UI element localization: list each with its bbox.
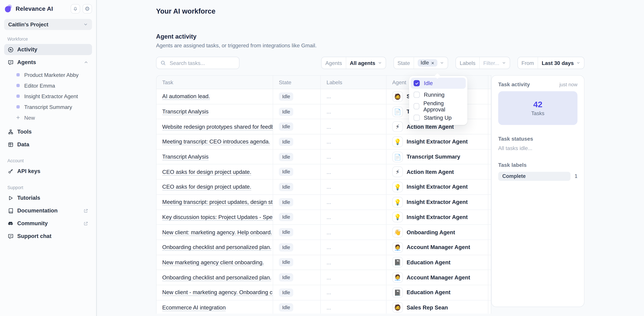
table-row[interactable]: Key discussion topics: Project Updates -… (156, 210, 491, 225)
sidebar-item-api-keys[interactable]: API keys (4, 166, 92, 177)
table-row[interactable]: Meeting transcript: CEO introduces agend… (156, 134, 491, 150)
table-row[interactable]: CEO asks for design project update. Idle… (156, 180, 491, 195)
play-icon (8, 195, 14, 201)
project-selector[interactable]: Caitlin's Project (4, 19, 92, 30)
status-badge: Idle (279, 198, 294, 206)
key-icon (8, 168, 14, 174)
chevron-down-icon (440, 61, 444, 65)
agent-link[interactable]: Insight Extractor Agent (406, 199, 468, 205)
sidebar-agent-item[interactable]: Insight Extractor Agent (4, 91, 92, 102)
task-link[interactable]: CEO asks for design project update. (162, 169, 251, 175)
sidebar-item-data[interactable]: Data (4, 139, 92, 150)
table-row[interactable]: Onboarding checklist and personalized pl… (156, 270, 491, 285)
sidebar-item-tutorials[interactable]: Tutorials (4, 192, 92, 203)
agent-link[interactable]: Sales Rep Sean (406, 304, 448, 311)
task-link[interactable]: AI automation lead. (162, 94, 210, 100)
sidebar-agent-item[interactable]: Editor Emma (4, 80, 92, 91)
dropdown-option-idle[interactable]: Idle (411, 78, 466, 89)
status-badge: Idle (279, 243, 294, 251)
agent-link[interactable]: Account Manager Agent (406, 274, 470, 280)
status-badge: Idle (279, 213, 294, 221)
checkbox-icon[interactable] (414, 115, 420, 121)
search-input[interactable] (156, 57, 240, 69)
task-link[interactable]: Website redesign prototypes shared for f… (162, 124, 273, 130)
sidebar-item-activity[interactable]: Activity (4, 44, 92, 55)
agent-avatar: 📄 (392, 106, 403, 117)
data-table-icon (8, 142, 14, 147)
labels-filter[interactable]: Labels Filter... (456, 57, 510, 69)
chat-icon (8, 233, 14, 239)
task-link[interactable]: Ecommerce AI integration (162, 304, 226, 311)
task-link[interactable]: New client: marketing agency. Help onboa… (162, 229, 272, 235)
dropdown-option-running[interactable]: Running (411, 89, 466, 100)
agent-link[interactable]: Onboarding Agent (406, 229, 455, 235)
settings-button[interactable]: ⚙ (82, 4, 92, 13)
table-row[interactable]: New client - marketing agency. Onboardin… (156, 285, 491, 300)
task-link[interactable]: CEO asks for design project update. (162, 184, 251, 190)
chevron-up-icon (84, 60, 88, 65)
chevron-down-icon (83, 22, 88, 27)
table-row[interactable]: Meeting transcript: project updates, des… (156, 195, 491, 210)
task-link[interactable]: Onboarding checklist and personalized pl… (162, 274, 271, 280)
chevron-down-icon (378, 61, 382, 65)
dropdown-option-starting-up[interactable]: Starting Up (411, 112, 466, 123)
sidebar-item-new-agent[interactable]: New (4, 112, 92, 123)
status-badge: Idle (279, 303, 294, 312)
task-link[interactable]: Transcript Analysis (162, 154, 208, 160)
task-link[interactable]: Meeting transcript: project updates, des… (162, 199, 273, 205)
task-link[interactable]: Meeting transcript: CEO introduces agend… (162, 139, 270, 145)
sidebar-agent-item[interactable]: Product Marketer Abby (4, 70, 92, 80)
status-badge: Idle (279, 168, 294, 176)
sidebar-agent-item[interactable]: Transcript Summary (4, 102, 92, 112)
agent-link[interactable]: Action Item Agent (406, 169, 454, 175)
from-date-filter[interactable]: From Last 30 days (518, 57, 584, 69)
agent-link[interactable]: Education Agent (406, 289, 450, 296)
task-link[interactable]: Transcript Analysis (162, 109, 208, 115)
task-statuses-text: All tasks idle... (498, 145, 578, 151)
agent-link[interactable]: Insight Extractor Agent (406, 184, 468, 190)
column-header-task[interactable]: Task (156, 76, 273, 89)
status-badge: Idle (279, 93, 294, 101)
dropdown-option-pending-approval[interactable]: Pending Approval (411, 101, 466, 112)
sidebar-item-documentation[interactable]: Documentation (4, 205, 92, 216)
task-link[interactable]: New client - marketing agency. Onboardin… (162, 289, 273, 296)
checkbox-icon[interactable] (414, 103, 419, 109)
agent-link[interactable]: Insight Extractor Agent (406, 214, 468, 220)
state-filter[interactable]: State Idle (394, 57, 448, 69)
agent-link[interactable]: Insight Extractor Agent (406, 139, 468, 145)
sidebar: Relevance AI ⚙ Caitlin's Project Workfor… (0, 0, 97, 316)
checkbox-icon[interactable] (414, 80, 420, 86)
state-chip-idle[interactable]: Idle (418, 59, 438, 67)
agent-avatar: 👋 (392, 227, 403, 238)
table-row[interactable]: New client: marketing agency. Help onboa… (156, 225, 491, 240)
table-row[interactable]: New marketing agency client onboarding. … (156, 255, 491, 270)
task-link[interactable]: Onboarding checklist and personalized pl… (162, 244, 271, 250)
task-link[interactable]: New marketing agency client onboarding. (162, 259, 264, 265)
sidebar-item-support-chat[interactable]: Support chat (4, 231, 92, 242)
table-row[interactable]: CEO asks for design project update. Idle… (156, 165, 491, 180)
sidebar-item-community[interactable]: Community (4, 218, 92, 229)
table-row[interactable]: Onboarding checklist and personalized pl… (156, 240, 491, 255)
agent-link[interactable]: Account Manager Agent (406, 244, 470, 250)
notifications-button[interactable] (70, 4, 80, 13)
agent-link[interactable]: Transcript Summary (406, 154, 460, 160)
column-header-state[interactable]: State (273, 76, 321, 89)
checkbox-icon[interactable] (414, 92, 420, 98)
task-link[interactable]: Key discussion topics: Project Updates -… (162, 214, 273, 220)
table-row[interactable]: Ecommerce AI integration Idle ... 🧔 Sale… (156, 300, 491, 313)
agents-icon (8, 59, 14, 65)
column-header-labels[interactable]: Labels (321, 76, 386, 89)
remove-chip-icon[interactable] (431, 61, 435, 65)
sidebar-item-tools[interactable]: Tools (4, 126, 92, 137)
agent-link[interactable]: Education Agent (406, 259, 450, 265)
sidebar-item-agents[interactable]: Agents (4, 57, 92, 68)
agent-avatar: 📓 (392, 287, 403, 298)
task-statuses-heading: Task statuses (498, 136, 578, 142)
panel-title: Task activity (498, 81, 530, 88)
agent-avatar: 💡 (392, 136, 403, 147)
external-link-icon (83, 208, 88, 213)
task-label-pill[interactable]: Complete (498, 172, 570, 181)
agents-filter[interactable]: Agents All agents (321, 57, 386, 69)
section-label-account: Account (8, 158, 89, 163)
table-row[interactable]: Transcript Analysis Idle ... 📄 Transcrip… (156, 150, 491, 165)
